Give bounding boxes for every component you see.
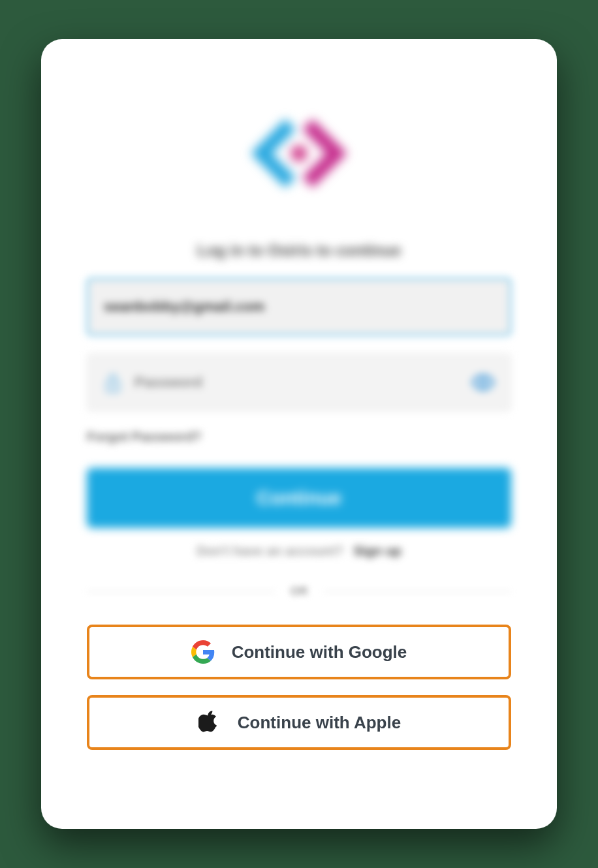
apple-button-label: Continue with Apple — [238, 713, 401, 733]
signup-prompt: Don't have an account? Sign up — [197, 544, 401, 559]
password-placeholder: Password — [134, 374, 202, 391]
email-field[interactable]: seanbobby@gmail.com — [87, 278, 511, 335]
lock-icon — [103, 371, 123, 394]
login-heading: Log in to Osiris to continue — [197, 241, 401, 260]
google-button-label: Continue with Google — [232, 642, 407, 662]
password-field[interactable]: Password — [87, 354, 511, 411]
signup-prompt-text: Don't have an account? — [197, 544, 343, 558]
email-value: seanbobby@gmail.com — [104, 298, 264, 315]
signup-link[interactable]: Sign up — [354, 544, 401, 558]
eye-icon[interactable] — [471, 374, 495, 391]
continue-button[interactable]: Continue — [87, 468, 511, 528]
svg-point-2 — [111, 384, 114, 388]
continue-with-apple-button[interactable]: Continue with Apple — [87, 695, 511, 750]
apple-icon — [197, 711, 221, 734]
svg-point-0 — [291, 145, 307, 161]
forgot-password-link[interactable]: Forgot Password? — [87, 429, 202, 444]
login-card: Log in to Osiris to continue seanbobby@g… — [41, 39, 557, 829]
divider-label: OR — [291, 585, 308, 598]
continue-with-google-button[interactable]: Continue with Google — [87, 625, 511, 679]
svg-rect-1 — [106, 381, 119, 392]
svg-point-3 — [480, 379, 486, 386]
app-logo — [230, 85, 368, 222]
google-icon — [191, 640, 215, 664]
or-divider: OR — [87, 585, 511, 598]
